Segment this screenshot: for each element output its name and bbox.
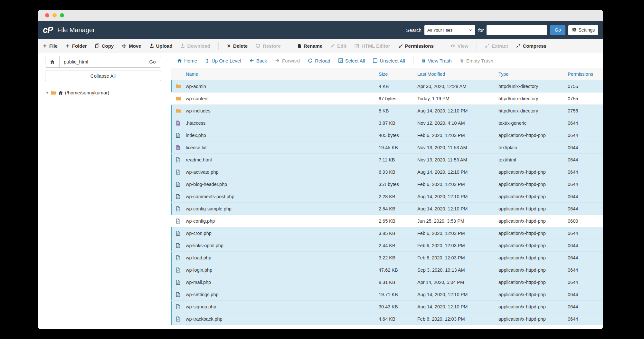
toolbar-button-rename[interactable]: Rename: [297, 43, 322, 49]
table-row[interactable]: license.txt19.45 KBNov 13, 2020, 11:53 A…: [171, 141, 603, 154]
table-row[interactable]: wp-comments-post.php2.28 KBAug 14, 2020,…: [171, 190, 603, 203]
file-type: text/x-generic: [498, 121, 568, 126]
file-name[interactable]: wp-mail.php: [186, 280, 379, 285]
file-modified: Apr 14, 2020, 5:04 PM: [417, 280, 498, 285]
toolbar-button-upload[interactable]: Upload: [149, 43, 173, 49]
nav-button-label: Empty Trash: [466, 58, 493, 63]
table-row[interactable]: .htaccess3.87 KBNov 12, 2020, 4:10 AMtex…: [171, 117, 603, 129]
nav-button-home[interactable]: Home: [177, 58, 197, 63]
nav-button-unselect-all[interactable]: Unselect All: [373, 58, 405, 63]
table-row[interactable]: wp-links-opml.php2.44 KBFeb 6, 2020, 12:…: [171, 239, 603, 252]
table-row[interactable]: wp-includes8 KBAug 14, 2020, 12:10 PMhtt…: [171, 105, 603, 117]
file-name[interactable]: wp-comments-post.php: [186, 194, 379, 199]
file-modified: Jun 25, 2020, 3:53 PM: [417, 218, 498, 224]
collapse-all-button[interactable]: Collapse All: [45, 71, 161, 81]
table-row[interactable]: wp-admin4 KBApr 30, 2020, 12:28 AMhttpd/…: [171, 80, 603, 92]
file-name[interactable]: wp-includes: [186, 108, 379, 113]
folder-icon: [51, 90, 56, 95]
nav-button-back[interactable]: Back: [249, 58, 267, 63]
nav-button-up-one-level[interactable]: Up One Level: [205, 58, 241, 63]
file-permissions: 0644: [568, 121, 603, 126]
minimize-window-button[interactable]: [52, 13, 57, 17]
plus-icon: [43, 44, 47, 48]
file-type: text/html: [498, 157, 568, 162]
settings-button[interactable]: Settings: [568, 25, 598, 35]
file-type: httpd/unix-directory: [498, 108, 568, 113]
toolbar-button-permissions[interactable]: Permissions: [398, 43, 434, 49]
table-row[interactable]: wp-config-sample.php2.84 KBAug 14, 2020,…: [171, 203, 603, 215]
table-row[interactable]: wp-blog-header.php351 bytesFeb 6, 2020, …: [171, 178, 603, 190]
file-name[interactable]: wp-signup.php: [186, 304, 379, 309]
table-row[interactable]: wp-login.php47.62 KBSep 3, 2020, 10:13 A…: [171, 264, 603, 276]
toolbar-button-folder[interactable]: Folder: [66, 43, 87, 49]
nav-button-select-all[interactable]: Select All: [338, 58, 365, 63]
table-row[interactable]: wp-settings.php19.71 KBAug 14, 2020, 12:…: [171, 288, 603, 301]
file-name[interactable]: wp-content: [186, 96, 379, 101]
file-name[interactable]: wp-config.php: [186, 218, 379, 224]
file-name[interactable]: wp-blog-header.php: [186, 182, 379, 187]
code-file-icon: [176, 280, 180, 285]
close-window-button[interactable]: [45, 13, 49, 17]
code-file-icon: [176, 182, 180, 187]
nav-button-reload[interactable]: Reload: [308, 58, 330, 63]
file-name[interactable]: wp-trackback.php: [186, 316, 379, 322]
file-icon-cell: [171, 170, 186, 175]
nav-button-view-trash[interactable]: View Trash: [421, 58, 452, 63]
nav-button-empty-trash: Empty Trash: [460, 58, 493, 63]
tree-item-label: (/home/sunnykumar): [65, 90, 109, 95]
tree-expand-toggle[interactable]: +: [46, 90, 49, 95]
file-name[interactable]: wp-load.php: [186, 255, 379, 260]
file-name[interactable]: wp-settings.php: [186, 292, 379, 297]
toolbar-button-copy[interactable]: Copy: [95, 43, 114, 49]
file-name[interactable]: index.php: [186, 133, 379, 138]
toolbar-button-label: Restore: [263, 43, 281, 49]
file-name[interactable]: wp-links-opml.php: [186, 243, 379, 248]
path-input[interactable]: [60, 56, 144, 67]
table-row[interactable]: wp-signup.php30.43 KBAug 14, 2020, 12:10…: [171, 301, 603, 313]
file-name[interactable]: wp-config-sample.php: [186, 206, 379, 211]
toolbar-button-compress[interactable]: Compress: [516, 43, 546, 49]
file-icon-cell: [171, 84, 186, 89]
toolbar-button-delete[interactable]: Delete: [227, 43, 248, 49]
tree-item-home[interactable]: + (/home/sunnykumar): [45, 90, 161, 95]
column-header-name[interactable]: Name: [186, 72, 379, 77]
column-header-type[interactable]: Type: [498, 72, 568, 77]
file-modified: Sep 3, 2020, 10:13 AM: [417, 267, 498, 273]
file-icon-cell: [171, 316, 186, 322]
reload-icon: [308, 58, 313, 63]
toolbar-button-file[interactable]: File: [43, 43, 58, 49]
table-row[interactable]: wp-load.php3.22 KBFeb 6, 2020, 12:03 PMa…: [171, 252, 603, 264]
file-name[interactable]: license.txt: [186, 145, 379, 150]
table-row[interactable]: readme.html7.11 KBNov 13, 2020, 11:53 AM…: [171, 154, 603, 166]
file-name[interactable]: wp-login.php: [186, 267, 379, 273]
search-scope-select[interactable]: All Your Files: [424, 25, 475, 35]
file-name[interactable]: readme.html: [186, 157, 379, 162]
table-header: NameSizeLast ModifiedTypePermissions: [171, 68, 603, 80]
column-header-size[interactable]: Size: [379, 72, 417, 77]
table-row[interactable]: wp-cron.php3.85 KBFeb 6, 2020, 12:03 PMa…: [171, 227, 603, 239]
file-icon-cell: [171, 243, 186, 248]
upload-icon: [149, 44, 154, 48]
table-row[interactable]: wp-config.php2.65 KBJun 25, 2020, 3:53 P…: [171, 215, 603, 227]
table-row[interactable]: wp-trackback.php4.64 KBFeb 6, 2020, 12:0…: [171, 313, 603, 325]
file-type: application/x-httpd-php: [498, 170, 568, 175]
search-go-button[interactable]: Go: [550, 25, 565, 35]
zoom-window-button[interactable]: [60, 13, 64, 17]
file-name[interactable]: .htaccess: [186, 121, 379, 126]
trash-icon: [421, 58, 426, 63]
table-row[interactable]: wp-content97 bytesToday, 1:19 PMhttpd/un…: [171, 92, 603, 105]
search-input[interactable]: [487, 25, 547, 35]
file-modified: Feb 6, 2020, 12:03 PM: [417, 133, 498, 138]
path-go-button[interactable]: Go: [144, 56, 161, 67]
sidebar-home-button[interactable]: [45, 56, 60, 67]
file-name[interactable]: wp-admin: [186, 84, 379, 89]
table-row[interactable]: index.php405 bytesFeb 6, 2020, 12:03 PMa…: [171, 129, 603, 141]
table-row[interactable]: wp-mail.php8.31 KBApr 14, 2020, 5:04 PMa…: [171, 276, 603, 288]
toolbar-button-move[interactable]: Move: [122, 43, 141, 49]
column-header-permissions[interactable]: Permissions: [568, 72, 603, 77]
nav-button-label: Reload: [315, 58, 330, 63]
file-name[interactable]: wp-activate.php: [186, 170, 379, 175]
file-name[interactable]: wp-cron.php: [186, 231, 379, 236]
column-header-last-modified[interactable]: Last Modified: [417, 72, 498, 77]
table-row[interactable]: wp-activate.php6.93 KBAug 14, 2020, 12:1…: [171, 166, 603, 178]
